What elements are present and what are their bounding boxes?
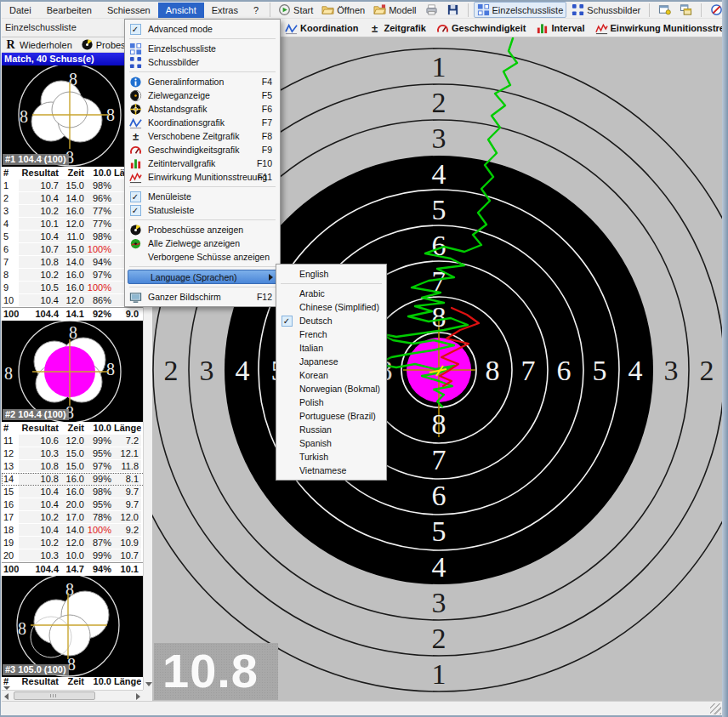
menu-item-ganzer-bildschirm[interactable]: Ganzer BildschirmF12	[126, 290, 279, 304]
table-row[interactable]: 1410.816.099%8.1	[2, 473, 143, 486]
language-item-japanese[interactable]: Japanese	[277, 355, 385, 368]
shot-group-target-2[interactable]: 8888#2 104.4 (100)	[2, 321, 143, 422]
toolbar-button-printer-icon[interactable]	[422, 2, 441, 18]
toolbar-button-schussbilder[interactable]: Schussbilder	[568, 2, 644, 18]
svg-text:±: ±	[372, 22, 378, 35]
toolbar-separator	[701, 3, 702, 17]
menu-item-label: Alle Zielwege anzeigen	[145, 238, 240, 248]
menu-item-einzelschussliste[interactable]: Einzelschussliste	[126, 42, 279, 55]
toolbar-button-winkey-icon[interactable]	[655, 2, 674, 18]
language-item-portuguese-brazil[interactable]: Portuguese (Brazil)	[277, 409, 385, 423]
list-icon	[129, 43, 142, 55]
panel-button-wiederholen[interactable]: RWiederholen	[4, 38, 72, 51]
menu-item-language-sprachen[interactable]: Language (Sprachen)	[128, 270, 277, 284]
table-row[interactable]: 510.411.098%10	[2, 230, 143, 243]
language-item-label: Vietnamese	[296, 465, 346, 475]
checkmark-icon: ✓	[277, 316, 296, 327]
scroll-right-icon[interactable]	[136, 693, 140, 700]
toolbar-button-ffnen[interactable]: Öffnen	[318, 2, 368, 18]
shot-group-target-3[interactable]: 888#3 105.0 (100)	[2, 576, 143, 677]
table-row[interactable]: 210.414.096%8	[2, 192, 143, 205]
resize-grip-icon[interactable]	[710, 703, 721, 714]
menu-datei[interactable]: Datei	[2, 3, 39, 18]
toolbar-button-floppy-icon[interactable]	[443, 2, 463, 18]
language-item-spanish[interactable]: Spanish	[277, 436, 385, 450]
table-row[interactable]: 2010.310.099%10.7	[2, 549, 143, 562]
language-item-korean[interactable]: Korean	[277, 368, 385, 382]
graph-button-geschwindigkeit[interactable]: Geschwindigkeit	[436, 22, 526, 35]
menu-item-geschwindigkeitsgrafik[interactable]: GeschwindigkeitsgrafikF9	[126, 143, 279, 156]
table-row[interactable]: 1510.416.098%9.7	[2, 486, 143, 498]
language-item-turkish[interactable]: Turkish	[277, 450, 385, 464]
table-row[interactable]: 1010.412.086%8	[2, 294, 143, 307]
horizontal-scrollbar-thumb[interactable]	[14, 691, 95, 700]
menu-schiessen[interactable]: Schiessen	[100, 3, 158, 18]
menu-item-einwirkung-munitionsstreuung[interactable]: Einwirkung MunitionsstreuungF11	[126, 170, 279, 184]
menu-ansicht[interactable]: Ansicht	[158, 3, 204, 18]
graph-button-einwirkung-munitionsstreuung[interactable]: Einwirkung Munitionsstreuung	[595, 22, 728, 35]
menu-item-men-leiste[interactable]: ✓Menüleiste	[126, 190, 279, 203]
toolbar-button-modell[interactable]: Modell	[370, 2, 419, 18]
language-item-norwegian-bokmal[interactable]: Norwegian (Bokmal)	[277, 382, 385, 395]
graph-button-koordination[interactable]: Koordination	[285, 22, 358, 35]
menu-item-zielweganzeige[interactable]: ZielweganzeigeF5	[126, 88, 279, 102]
menu-item-verschobene-zeitgrafik[interactable]: ±Verschobene ZeitgrafikF8	[126, 129, 279, 143]
table-row[interactable]: 1310.815.097%11.8	[2, 460, 143, 473]
menu-shortcut: F9	[262, 145, 272, 155]
table-row[interactable]: 1110.612.099%7.2	[2, 435, 143, 447]
menu-item-abstandsgrafik[interactable]: AbstandsgrafikF6	[126, 102, 279, 116]
table-row[interactable]: 310.216.077%8	[2, 205, 143, 218]
table-row[interactable]: 710.814.094%8	[2, 256, 143, 269]
table-cell: 97%	[87, 269, 114, 282]
menu-item-probesch-sse-anzeigen[interactable]: Probeschüsse anzeigen	[126, 223, 279, 236]
table-row[interactable]: 1710.217.078%12.0	[2, 511, 143, 524]
menu-item-alle-zielwege-anzeigen[interactable]: Alle Zielwege anzeigen	[126, 236, 279, 250]
table-cell: 10.6	[19, 435, 61, 447]
table-row[interactable]: 610.715.0100%8	[2, 243, 143, 256]
table-row[interactable]: 410.112.077%9	[2, 218, 143, 230]
table-row[interactable]: 1810.414.0100%9.2	[2, 524, 143, 537]
language-item-russian[interactable]: Russian	[277, 423, 385, 436]
menu-extras[interactable]: Extras	[204, 3, 246, 18]
language-item-french[interactable]: French	[277, 327, 385, 341]
toolbar-button-einzelschussliste[interactable]: Einzelschussliste	[474, 2, 567, 18]
svg-text:4: 4	[432, 551, 446, 583]
graph-button-interval[interactable]: Interval	[536, 22, 584, 35]
toolbar-button-winnet-icon[interactable]	[676, 2, 696, 18]
menu-item-verborgene-sch-sse-anzeigen[interactable]: Verborgene Schüsse anzeigen	[126, 250, 279, 264]
language-item-italian[interactable]: Italian	[277, 341, 385, 355]
table-row[interactable]: 1610.420.095%9.7	[2, 498, 143, 511]
language-item-arabic[interactable]: Arabic	[277, 287, 385, 300]
menu-[interactable]: ?	[246, 3, 266, 18]
svg-text:8: 8	[20, 107, 28, 126]
menu-bearbeiten[interactable]: Bearbeiten	[39, 3, 100, 18]
table-row[interactable]: 810.216.097%9	[2, 269, 143, 282]
scroll-left-icon[interactable]	[4, 693, 9, 700]
language-item-polish[interactable]: Polish	[277, 395, 385, 409]
graph-button-zeitgrafik[interactable]: ±Zeitgrafik	[368, 22, 426, 35]
menu-item-schussbilder[interactable]: Schussbilder	[126, 55, 279, 69]
total-cell: 100	[2, 563, 19, 576]
table-row[interactable]: 910.516.0100%8	[2, 282, 143, 294]
language-item-deutsch[interactable]: ✓Deutsch	[277, 314, 385, 327]
ammo-icon	[129, 171, 142, 184]
table-row[interactable]: 1210.315.095%12.1	[2, 447, 143, 460]
language-item-vietnamese[interactable]: Vietnamese	[277, 464, 385, 477]
menu-item-advanced-mode[interactable]: ✓Advanced mode	[126, 22, 279, 36]
svg-text:3: 3	[432, 587, 446, 618]
column-header: 10.0	[87, 167, 114, 179]
table-cell: 95%	[87, 498, 114, 511]
table-row[interactable]: 1910.212.087%10.9	[2, 537, 143, 549]
table-row[interactable]: 110.715.098%10	[2, 179, 143, 192]
horizontal-scrollbar[interactable]	[2, 690, 143, 701]
language-item-chinese-simplified[interactable]: Chinese (Simplified)	[277, 300, 385, 314]
menu-item-statusleiste[interactable]: ✓Statusleiste	[126, 203, 279, 217]
language-item-english[interactable]: English	[277, 267, 385, 281]
scroll-down-icon[interactable]	[145, 682, 152, 686]
menu-item-generalinformation[interactable]: GeneralinformationF4	[126, 75, 279, 88]
shot-group-target-1[interactable]: 8888#1 104.4 (100)	[2, 65, 143, 167]
menu-item-koordinationsgrafik[interactable]: KoordinationsgrafikF7	[126, 116, 279, 129]
toolbar-button-start[interactable]: Start	[275, 2, 316, 18]
ammo-icon	[595, 22, 608, 35]
menu-item-zeitintervallgrafik[interactable]: ZeitintervallgrafikF10	[126, 156, 279, 170]
